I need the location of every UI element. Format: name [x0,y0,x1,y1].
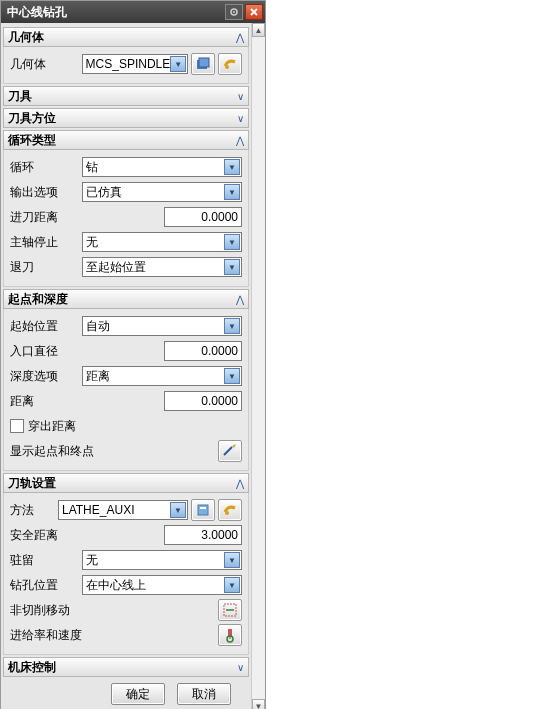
feed-label: 进给率和速度 [10,627,82,644]
engage-label: 进刀距离 [10,209,82,226]
retract-combo[interactable]: 至起始位置 ▼ [82,257,242,277]
section-cycle-body: 循环 钻 ▼ 输出选项 已仿真 ▼ 进刀距离 0.0000 [3,150,249,287]
spindle-combo[interactable]: 无 ▼ [82,232,242,252]
svg-rect-3 [199,58,209,67]
section-title: 起点和深度 [8,291,236,308]
chevron-down-icon: ∨ [237,662,244,673]
section-cycle-header[interactable]: 循环类型 ⋀ [3,130,249,150]
svg-point-4 [225,65,229,69]
dialog: 中心线钻孔 几何体 ⋀ 几何体 MCS_SPINDLE ▼ [0,0,266,709]
section-title: 刀轨设置 [8,475,236,492]
dist-input[interactable]: 0.0000 [164,391,242,411]
startpos-label: 起始位置 [10,318,82,335]
output-label: 输出选项 [10,184,82,201]
chevron-down-icon: ▼ [224,577,240,593]
close-button[interactable] [245,4,263,20]
method-edit-button[interactable] [218,499,242,521]
section-title: 刀具方位 [8,110,237,127]
svg-point-7 [225,511,229,515]
section-startdepth-body: 起始位置 自动 ▼ 入口直径 0.0000 深度选项 距离 ▼ [3,309,249,471]
geometry-label: 几何体 [10,56,82,73]
svg-point-1 [233,11,235,13]
ok-button[interactable]: 确定 [111,683,165,705]
section-title: 机床控制 [8,659,237,676]
noncut-label: 非切削移动 [10,602,70,619]
settings-icon[interactable] [225,4,243,20]
noncut-button[interactable] [218,599,242,621]
chevron-down-icon: ∨ [237,91,244,102]
chevron-down-icon: ⋀ [236,32,244,43]
through-label: 穿出距离 [28,418,76,435]
geometry-view-button[interactable] [191,53,215,75]
chevron-down-icon: ⋀ [236,135,244,146]
retract-label: 退刀 [10,259,82,276]
chevron-down-icon: ▼ [224,159,240,175]
chevron-down-icon: ▼ [170,502,186,518]
section-machine-header[interactable]: 机床控制 ∨ [3,657,249,677]
chevron-down-icon: ⋀ [236,478,244,489]
drillpos-combo[interactable]: 在中心线上 ▼ [82,575,242,595]
section-path-body: 方法 LATHE_AUXI ▼ 安全距离 3.0000 [3,493,249,655]
section-toolaxis-header[interactable]: 刀具方位 ∨ [3,108,249,128]
through-checkbox[interactable] [10,419,24,433]
chevron-down-icon: ▼ [224,318,240,334]
showpts-button[interactable] [218,440,242,462]
method-label: 方法 [10,502,58,519]
section-title: 几何体 [8,29,236,46]
scroll-up-icon[interactable]: ▲ [252,23,265,37]
india-input[interactable]: 0.0000 [164,341,242,361]
svg-rect-5 [198,505,208,515]
chevron-down-icon: ⋀ [236,294,244,305]
section-startdepth-header[interactable]: 起点和深度 ⋀ [3,289,249,309]
cycle-combo[interactable]: 钻 ▼ [82,157,242,177]
startpos-combo[interactable]: 自动 ▼ [82,316,242,336]
engage-input[interactable]: 0.0000 [164,207,242,227]
section-geometry-header[interactable]: 几何体 ⋀ [3,27,249,47]
chevron-down-icon: ▼ [170,56,186,72]
method-combo[interactable]: LATHE_AUXI ▼ [58,500,188,520]
showpts-label: 显示起点和终点 [10,443,94,460]
depthopt-label: 深度选项 [10,368,82,385]
dialog-body: 几何体 ⋀ 几何体 MCS_SPINDLE ▼ [1,23,265,709]
chevron-down-icon: ▼ [224,184,240,200]
chevron-down-icon: ∨ [237,113,244,124]
india-label: 入口直径 [10,343,82,360]
spindle-label: 主轴停止 [10,234,82,251]
geometry-combo[interactable]: MCS_SPINDLE ▼ [82,54,189,74]
section-path-header[interactable]: 刀轨设置 ⋀ [3,473,249,493]
chevron-down-icon: ▼ [224,234,240,250]
dwell-combo[interactable]: 无 ▼ [82,550,242,570]
feed-button[interactable] [218,624,242,646]
chevron-down-icon: ▼ [224,368,240,384]
svg-rect-6 [200,507,206,509]
cycle-label: 循环 [10,159,82,176]
geometry-edit-button[interactable] [218,53,242,75]
chevron-down-icon: ▼ [224,259,240,275]
scroll-down-icon[interactable]: ▼ [252,699,265,709]
dist-label: 距离 [10,393,82,410]
safedist-input[interactable]: 3.0000 [164,525,242,545]
chevron-down-icon: ▼ [224,552,240,568]
dwell-label: 驻留 [10,552,82,569]
dialog-title: 中心线钻孔 [3,4,223,21]
scrollbar[interactable]: ▲ ▼ [251,23,265,709]
section-geometry-body: 几何体 MCS_SPINDLE ▼ [3,47,249,84]
section-title: 刀具 [8,88,237,105]
dialog-footer: 确定 取消 [3,677,249,709]
section-tool-header[interactable]: 刀具 ∨ [3,86,249,106]
method-view-button[interactable] [191,499,215,521]
titlebar[interactable]: 中心线钻孔 [1,1,265,23]
cancel-button[interactable]: 取消 [177,683,231,705]
section-title: 循环类型 [8,132,236,149]
output-combo[interactable]: 已仿真 ▼ [82,182,242,202]
drillpos-label: 钻孔位置 [10,577,82,594]
safedist-label: 安全距离 [10,527,82,544]
depthopt-combo[interactable]: 距离 ▼ [82,366,242,386]
